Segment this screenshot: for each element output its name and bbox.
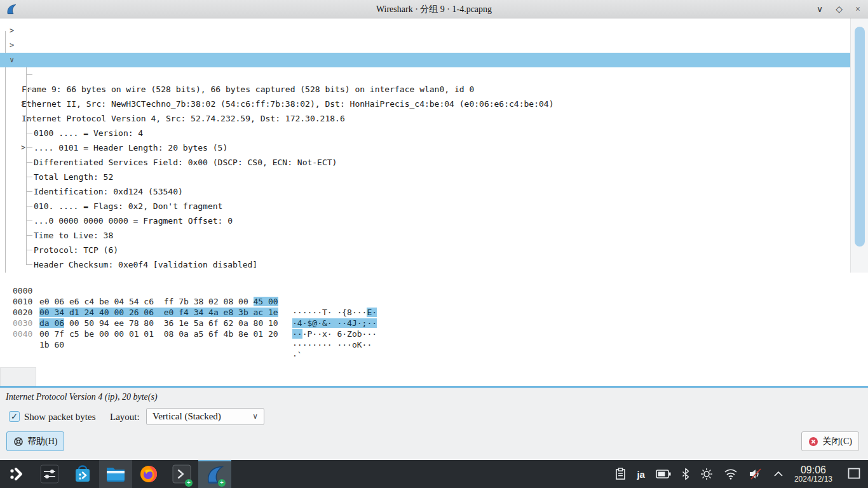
- tree-row[interactable]: > Ethernet II, Src: NewH3CTechno_7b:38:0…: [0, 38, 850, 53]
- tree-row[interactable]: Source Address: 52.74.232.59: [0, 228, 850, 243]
- clock[interactable]: 09:06 2024/12/13: [794, 464, 832, 484]
- expander-icon[interactable]: >: [21, 97, 25, 111]
- badge-icon: +: [218, 479, 226, 487]
- close-window-button[interactable]: ×: [855, 5, 860, 14]
- tree-row[interactable]: .... 0101 = Header Length: 20 bytes (5): [0, 82, 850, 97]
- tree-row[interactable]: Identification: 0xd124 (53540): [0, 126, 850, 140]
- close-dialog-button[interactable]: 关闭(C): [801, 431, 859, 451]
- tree-row[interactable]: > Differentiated Services Field: 0x00 (D…: [0, 97, 850, 111]
- terminal-button[interactable]: +: [165, 460, 198, 488]
- packet-detail-pane: > Frame 9: 66 bytes on wire (528 bits), …: [0, 18, 868, 273]
- tree-row[interactable]: ∨ Internet Protocol Version 4, Src: 52.7…: [0, 53, 850, 67]
- close-dialog-label: 关闭(C): [822, 436, 852, 447]
- tree-row[interactable]: > 010. .... = Flags: 0x2, Don't fragment: [0, 140, 850, 155]
- help-button[interactable]: 帮助(H): [6, 431, 64, 451]
- tree-guide-tick: [26, 118, 32, 119]
- layout-dropdown[interactable]: Vertical (Stacked) ∨: [146, 408, 264, 425]
- settings-sliders-icon: [40, 464, 59, 484]
- show-packet-bytes-label[interactable]: Show packet bytes: [24, 410, 95, 424]
- discover-button[interactable]: [66, 460, 99, 488]
- hex-row[interactable]: 0030 00 7f c5 be 00 00 01 01 08 0a a5 6f…: [0, 307, 868, 318]
- show-desktop-icon[interactable]: [848, 468, 860, 479]
- close-circle-icon: [808, 437, 818, 447]
- file-manager-button[interactable]: [99, 460, 132, 488]
- tree-row[interactable]: ...0 0000 0000 0000 = Fragment Offset: 0: [0, 155, 850, 170]
- expander-icon[interactable]: >: [10, 24, 14, 38]
- tree-guide-tick: [26, 147, 32, 148]
- hex-row[interactable]: 0010 00 34 d1 24 40 00 26 06 e0 f4 34 4a…: [0, 285, 868, 296]
- maximize-button[interactable]: ◇: [836, 5, 843, 14]
- chevron-up-icon[interactable]: [773, 471, 783, 477]
- expander-icon[interactable]: ∨: [10, 53, 14, 67]
- tree-guide-tick: [26, 191, 32, 192]
- ascii-bytes[interactable]: ········ ···oK··: [292, 339, 372, 350]
- dialog-footer: Internet Protocol Version 4 (ip), 20 byt…: [0, 388, 868, 460]
- hexdump: 0000 e0 06 e6 c4 be 04 54 c6 ff 7b 38 02…: [0, 273, 868, 329]
- firefox-button[interactable]: [132, 460, 165, 488]
- tree-row[interactable]: [Header checksum status: Unverified]: [0, 214, 850, 228]
- tree-guide-tick: [26, 220, 32, 221]
- minimize-button[interactable]: ∨: [817, 5, 823, 14]
- ascii-bytes[interactable]: ·`: [292, 350, 302, 361]
- packet-tree: > Frame 9: 66 bytes on wire (528 bits), …: [0, 24, 850, 272]
- tree-guide-tick: [26, 104, 32, 104]
- packet-bytes-pane: 0000 e0 06 e6 c4 be 04 54 c6 ff 7b 38 02…: [0, 273, 868, 386]
- tree-guide-tick: [26, 264, 32, 265]
- tree-row[interactable]: Time to Live: 38: [0, 170, 850, 184]
- wifi-icon[interactable]: [724, 468, 738, 480]
- tree-row[interactable]: Destination Address: 172.30.218.6: [0, 243, 850, 257]
- app-launcher-icon: [8, 466, 25, 482]
- tree-guide-tick: [26, 89, 32, 90]
- tree-guide-tick: [26, 206, 32, 207]
- badge-icon: +: [185, 479, 193, 487]
- brightness-icon[interactable]: [700, 468, 713, 480]
- status-text: Internet Protocol Version 4 (ip), 20 byt…: [6, 392, 158, 402]
- hex-offset: 0040: [13, 329, 32, 339]
- clipboard-icon[interactable]: [615, 468, 626, 480]
- tree-guide-tick: [26, 74, 32, 75]
- hex-row[interactable]: 0000 e0 06 e6 c4 be 04 54 c6 ff 7b 38 02…: [0, 274, 868, 285]
- layout-label: Layout:: [110, 410, 140, 424]
- clock-date: 2024/12/13: [794, 475, 832, 484]
- expander-icon[interactable]: >: [21, 140, 25, 155]
- selected-ascii: ··: [292, 329, 302, 339]
- lifebuoy-help-icon: [13, 437, 24, 447]
- wireshark-task-button[interactable]: +: [198, 460, 231, 488]
- tree-scrollbar-thumb[interactable]: [855, 27, 865, 247]
- tree-guide-tick: [26, 250, 32, 250]
- tree-row[interactable]: 0100 .... = Version: 4: [0, 67, 850, 82]
- tree-guide-tick: [26, 162, 32, 163]
- hex-bytes[interactable]: 00 7f c5 be 00 00 01 01 08 0a a5 6f 4b 8…: [39, 329, 278, 339]
- input-method-indicator[interactable]: ja: [637, 469, 645, 480]
- tree-row[interactable]: Protocol: TCP (6): [0, 184, 850, 199]
- tree-row[interactable]: Total Length: 52: [0, 111, 850, 126]
- titlebar: Wireshark · 分组 9 · 1-4.pcapng ∨ ◇ ×: [0, 0, 868, 18]
- chevron-down-icon: ∨: [252, 409, 258, 424]
- discover-icon: [73, 464, 92, 484]
- clock-time: 09:06: [794, 464, 832, 476]
- tree-guide-tick: [26, 235, 32, 236]
- tree-scrollbar[interactable]: [850, 18, 868, 273]
- tree-guide-tick: [26, 133, 32, 133]
- hex-row[interactable]: 0020 da 06 00 50 94 ee 78 80 36 1e 5a 6f…: [0, 296, 868, 307]
- firefox-icon: [139, 464, 158, 484]
- expander-icon[interactable]: >: [10, 38, 14, 53]
- window-title: Wireshark · 分组 9 · 1-4.pcapng: [0, 0, 868, 18]
- hex-row[interactable]: 0040 1b 60 ·`: [0, 318, 868, 329]
- help-button-label: 帮助(H): [27, 436, 57, 447]
- hex-bytes[interactable]: 1b 60: [39, 339, 64, 350]
- app-launcher-button[interactable]: [0, 460, 33, 488]
- volume-muted-icon[interactable]: [749, 468, 763, 480]
- ascii-bytes[interactable]: ···P··x· 6·Zob···: [292, 329, 377, 339]
- settings-button[interactable]: [33, 460, 66, 488]
- bytes-source-tab[interactable]: [0, 367, 36, 386]
- tree-row[interactable]: Header Checksum: 0xe0f4 [validation disa…: [0, 199, 850, 214]
- show-packet-bytes-checkbox[interactable]: ✓: [9, 411, 20, 422]
- battery-icon[interactable]: [656, 470, 671, 478]
- tree-row[interactable]: > Frame 9: 66 bytes on wire (528 bits), …: [0, 24, 850, 38]
- bluetooth-icon[interactable]: [682, 468, 689, 480]
- folder-icon: [105, 465, 126, 483]
- layout-dropdown-value: Vertical (Stacked): [153, 411, 221, 421]
- tree-guide-tick: [26, 177, 32, 177]
- tree-row[interactable]: [Stream index: 1]: [0, 257, 850, 272]
